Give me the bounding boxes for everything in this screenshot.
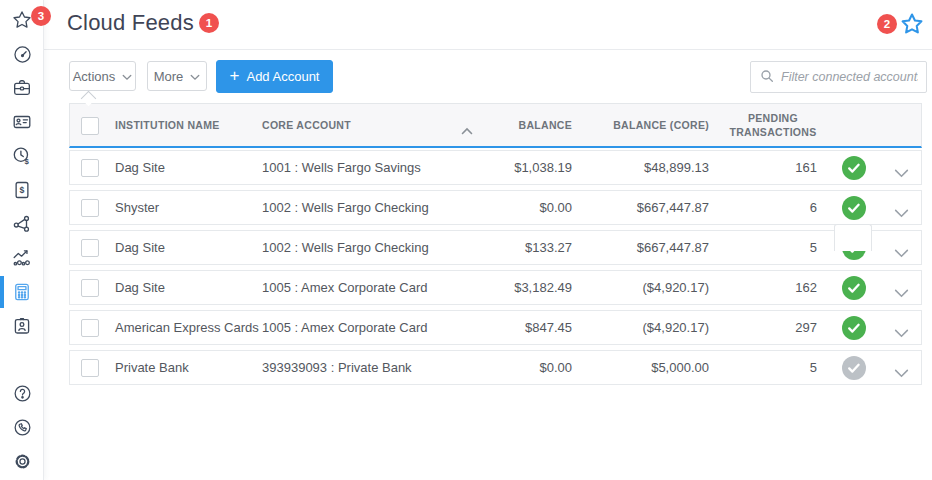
svg-text:$: $ — [20, 185, 25, 195]
calculator-icon — [11, 281, 33, 303]
header-divider — [44, 49, 932, 50]
institution-name-cell: Private Bank — [115, 351, 189, 384]
time-money-icon: $ — [11, 145, 33, 167]
table-row[interactable]: American Express Cards1005 : Amex Corpor… — [69, 310, 922, 345]
balance-core-cell: $48,899.13 — [644, 151, 709, 184]
sidebar-item-share[interactable] — [0, 212, 44, 236]
sidebar-bottom-group — [0, 381, 44, 473]
select-all-checkbox[interactable] — [81, 117, 99, 135]
sidebar-item-invoice[interactable]: $ — [0, 178, 44, 202]
table-header: INSTITUTION NAME CORE ACCOUNT BALANCE BA… — [69, 103, 922, 148]
column-header-balance[interactable]: BALANCE — [519, 104, 572, 146]
page-title: Cloud Feeds — [67, 10, 194, 36]
row-checkbox[interactable] — [81, 199, 99, 217]
balance-cell: $0.00 — [539, 351, 572, 384]
institution-name-cell: Dag Site — [115, 151, 165, 184]
sidebar-item-id-card[interactable] — [0, 110, 44, 134]
balance-core-cell: $667,447.87 — [637, 231, 709, 264]
sidebar-item-phone[interactable] — [0, 415, 44, 439]
briefcase-icon — [11, 77, 33, 99]
more-button-label: More — [154, 69, 184, 84]
invoice-icon: $ — [11, 179, 33, 201]
page-title-badge: 1 — [199, 13, 219, 33]
balance-cell: $1,038.19 — [514, 151, 572, 184]
institution-name-cell: Dag Site — [115, 231, 165, 264]
expand-row-chevron-icon[interactable] — [894, 364, 909, 382]
sidebar-item-employee-badge[interactable] — [0, 314, 44, 338]
row-checkbox[interactable] — [81, 279, 99, 297]
expand-row-chevron-icon[interactable] — [894, 164, 909, 182]
status-check-icon — [841, 315, 867, 341]
filter-connected-accounts-input[interactable] — [750, 61, 927, 93]
column-header-pending-transactions[interactable]: PENDING TRANSACTIONS — [723, 104, 823, 146]
sidebar-item-time-money[interactable]: $ — [0, 144, 44, 168]
analytics-icon — [11, 247, 33, 269]
search-icon — [759, 68, 775, 88]
balance-core-cell: ($4,920.17) — [643, 311, 710, 344]
table-row[interactable]: Shyster1002 : Wells Fargo Checking$0.00$… — [69, 190, 922, 225]
help-icon — [12, 383, 33, 404]
balance-cell: $3,182.49 — [514, 271, 572, 304]
add-account-button[interactable]: + Add Account — [216, 60, 333, 93]
sidebar-item-help[interactable] — [0, 381, 44, 405]
filter-field-wrap — [750, 61, 927, 93]
status-tooltip-remnant — [834, 224, 872, 251]
sidebar-item-star[interactable]: 3 — [0, 8, 44, 32]
actions-button[interactable]: Actions — [69, 61, 136, 91]
pending-transactions-cell: 161 — [795, 151, 817, 184]
institution-name-cell: American Express Cards — [115, 311, 259, 344]
status-check-icon — [841, 275, 867, 301]
sidebar: 3$$ — [0, 0, 44, 480]
balance-cell: $847.45 — [525, 311, 572, 344]
core-account-cell: 1002 : Wells Fargo Checking — [262, 191, 429, 224]
favorite-star-icon[interactable] — [899, 11, 925, 37]
row-checkbox[interactable] — [81, 319, 99, 337]
core-account-cell: 1001 : Wells Fargo Savings — [262, 151, 421, 184]
sidebar-item-briefcase[interactable] — [0, 76, 44, 100]
table-rows: Dag Site1001 : Wells Fargo Savings$1,038… — [69, 150, 922, 390]
sidebar-main-group: 3$$ — [0, 8, 44, 338]
expand-row-chevron-icon[interactable] — [894, 244, 909, 262]
balance-core-cell: $5,000.00 — [651, 351, 709, 384]
id-card-icon — [11, 111, 33, 133]
sidebar-star-badge: 3 — [31, 6, 51, 26]
expand-row-chevron-icon[interactable] — [894, 204, 909, 222]
column-header-core-account[interactable]: CORE ACCOUNT — [262, 104, 351, 146]
table-row[interactable]: Private Bank393939093 : Private Bank$0.0… — [69, 350, 922, 385]
balance-core-cell: $667,447.87 — [637, 191, 709, 224]
row-checkbox[interactable] — [81, 359, 99, 377]
star-icon — [11, 9, 33, 31]
sidebar-item-dashboard[interactable] — [0, 42, 44, 66]
column-header-institution-name[interactable]: INSTITUTION NAME — [115, 104, 220, 146]
table-row[interactable]: Dag Site1002 : Wells Fargo Checking$133.… — [69, 230, 922, 265]
chevron-down-icon — [122, 69, 132, 84]
balance-cell: $133.27 — [525, 231, 572, 264]
core-account-cell: 1002 : Wells Fargo Checking — [262, 231, 429, 264]
pending-transactions-cell: 297 — [795, 311, 817, 344]
expand-row-chevron-icon[interactable] — [894, 284, 909, 302]
row-checkbox[interactable] — [81, 239, 99, 257]
dashboard-icon — [12, 44, 33, 65]
expand-row-chevron-icon[interactable] — [894, 324, 909, 342]
employee-badge-icon — [11, 315, 33, 337]
plus-icon: + — [230, 66, 240, 86]
table-row[interactable]: Dag Site1005 : Amex Corporate Card$3,182… — [69, 270, 922, 305]
sort-ascending-icon[interactable] — [461, 121, 473, 139]
core-account-cell: 1005 : Amex Corporate Card — [262, 311, 427, 344]
actions-button-label: Actions — [73, 69, 116, 84]
balance-core-cell: ($4,920.17) — [643, 271, 710, 304]
institution-name-cell: Shyster — [115, 191, 159, 224]
sidebar-item-settings[interactable] — [0, 449, 44, 473]
pending-transactions-cell: 6 — [810, 191, 817, 224]
more-button[interactable]: More — [147, 61, 207, 91]
favorites-count-badge: 2 — [877, 14, 897, 34]
core-account-cell: 393939093 : Private Bank — [262, 351, 412, 384]
svg-text:$: $ — [25, 157, 30, 166]
column-header-balance-core[interactable]: BALANCE (CORE) — [613, 104, 709, 146]
sidebar-item-calculator[interactable] — [0, 280, 44, 304]
table-row[interactable]: Dag Site1001 : Wells Fargo Savings$1,038… — [69, 150, 922, 185]
sidebar-item-analytics[interactable] — [0, 246, 44, 270]
status-check-icon — [841, 195, 867, 221]
chevron-down-icon — [190, 69, 200, 84]
row-checkbox[interactable] — [81, 159, 99, 177]
